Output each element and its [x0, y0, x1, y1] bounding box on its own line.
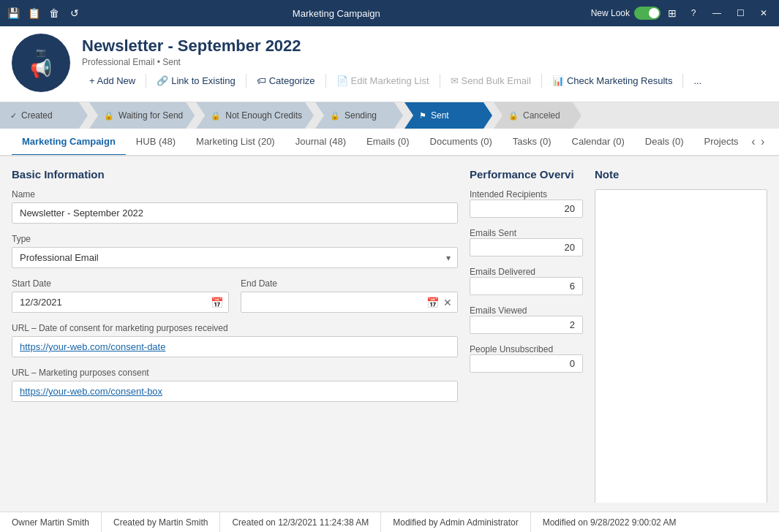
tab-marketing-list[interactable]: Marketing List (20): [186, 129, 285, 156]
stage-sending[interactable]: 🔒 Sending: [315, 102, 403, 129]
link-to-existing-button[interactable]: 🔗 Link to Existing: [149, 72, 242, 90]
emails-sent-label: Emails Sent: [470, 228, 583, 238]
stage-sent-label: Sent: [431, 110, 449, 121]
url-consent-input[interactable]: [12, 336, 458, 357]
nav-icon[interactable]: ⊞: [665, 6, 680, 20]
tab-hub[interactable]: HUB (48): [126, 129, 186, 156]
tab-deals[interactable]: Deals (0): [635, 129, 694, 156]
performance-title: Performance Overvi: [470, 168, 583, 180]
categorize-button[interactable]: 🏷 Categorize: [249, 72, 323, 90]
url-consent-field-group: URL – Date of consent for marketing purp…: [12, 323, 458, 357]
stage-credits-label: Not Enough Credits: [225, 110, 302, 121]
emails-viewed-group: Emails Viewed 2: [470, 305, 583, 334]
send-bulk-email-button[interactable]: ✉ Send Bulk Email: [443, 72, 538, 90]
end-date-label: End Date: [241, 278, 458, 289]
close-button[interactable]: ✕: [754, 4, 773, 23]
start-date-label: Start Date: [12, 278, 229, 289]
start-date-field: Start Date 📅: [12, 278, 229, 313]
link-icon: 🔗: [157, 75, 168, 86]
stage-created[interactable]: ✓ Created: [0, 102, 88, 129]
people-unsubscribed-group: People Unsubscribed 0: [470, 344, 583, 373]
check-marketing-results-button[interactable]: 📊 Check Marketing Results: [545, 72, 680, 90]
save-as-icon[interactable]: 📋: [26, 6, 41, 20]
stage-sending-icon: 🔒: [330, 111, 340, 121]
type-label: Type: [12, 234, 458, 244]
url-marketing-input[interactable]: [12, 381, 458, 402]
stage-created-icon: ✓: [10, 111, 17, 121]
toolbar-sep-6: [682, 74, 683, 88]
toolbar-sep-1: [146, 74, 146, 88]
status-bar: Owner Martin Smith Created by Martin Smi…: [0, 512, 779, 532]
stage-sending-label: Sending: [345, 110, 377, 121]
stage-waiting-icon: 🔒: [104, 111, 114, 121]
end-date-input[interactable]: [241, 292, 458, 313]
tab-nav-left[interactable]: ‹: [749, 130, 759, 153]
refresh-icon[interactable]: ↺: [67, 6, 82, 20]
intended-recipients-value: 20: [470, 200, 583, 218]
emails-delivered-value: 6: [470, 277, 583, 295]
type-select[interactable]: Professional Email: [12, 247, 458, 268]
end-calendar-icon[interactable]: 📅: [426, 297, 439, 308]
tab-projects[interactable]: Projects: [694, 129, 749, 156]
end-clear-icon[interactable]: ✕: [443, 297, 452, 308]
stage-canceled[interactable]: 🔒 Canceled: [494, 102, 582, 129]
intended-recipients-label: Intended Recipients: [470, 189, 583, 200]
camera-icon: 📷: [36, 48, 46, 57]
emails-viewed-value: 2: [470, 316, 583, 334]
new-look-label: New Look: [591, 8, 630, 18]
more-button[interactable]: ...: [686, 72, 709, 90]
name-input[interactable]: [12, 202, 458, 224]
tab-calendar[interactable]: Calendar (0): [562, 129, 635, 156]
stage-waiting-for-send[interactable]: 🔒 Waiting for Send: [89, 102, 195, 129]
start-date-input[interactable]: [12, 292, 229, 313]
maximize-button[interactable]: ☐: [731, 4, 750, 23]
toolbar-sep-5: [541, 74, 542, 88]
stage-not-enough-credits[interactable]: 🔒 Not Enough Credits: [196, 102, 314, 129]
toolbar-sep-4: [440, 74, 440, 88]
status-modified-by: Modified by Admin Administrator: [381, 512, 530, 532]
stage-sent[interactable]: ⚑ Sent: [404, 102, 492, 129]
note-panel: Note: [595, 168, 767, 491]
entity-info: Newsletter - September 2022 Professional…: [82, 34, 767, 94]
people-unsubscribed-label: People Unsubscribed: [470, 344, 583, 354]
list-icon: 📄: [336, 75, 348, 86]
name-label: Name: [12, 189, 458, 200]
basic-info-title: Basic Information: [12, 168, 458, 180]
left-panel: Basic Information Name Type Professional…: [12, 168, 458, 491]
edit-marketing-list-button[interactable]: 📄 Edit Marketing List: [329, 72, 437, 90]
status-created-by: Created by Martin Smith: [102, 512, 220, 532]
emails-delivered-group: Emails Delivered 6: [470, 267, 583, 295]
stage-bar: ✓ Created 🔒 Waiting for Send 🔒 Not Enoug…: [0, 102, 779, 129]
toolbar: + Add New 🔗 Link to Existing 🏷 Categoriz…: [82, 67, 767, 94]
tab-emails[interactable]: Emails (0): [356, 129, 420, 156]
end-date-field: End Date 📅 ✕: [241, 278, 458, 313]
emails-delivered-label: Emails Delivered: [470, 267, 583, 277]
tabs-bar: Marketing Campaign HUB (48) Marketing Li…: [0, 129, 779, 156]
toolbar-sep-3: [325, 74, 326, 88]
send-icon: ✉: [451, 75, 459, 86]
minimize-button[interactable]: —: [707, 4, 726, 23]
tab-nav-right[interactable]: ›: [758, 130, 767, 153]
tab-journal[interactable]: Journal (48): [285, 129, 356, 156]
add-new-button[interactable]: + Add New: [82, 72, 143, 90]
stage-created-label: Created: [21, 110, 53, 121]
emails-sent-group: Emails Sent 20: [470, 228, 583, 256]
save-icon[interactable]: 💾: [6, 6, 20, 20]
entity-subtitle: Professional Email • Sent: [82, 57, 767, 67]
stage-credits-icon: 🔒: [211, 111, 221, 121]
chart-icon: 📊: [552, 75, 564, 86]
app-title: Marketing Campaign: [82, 8, 591, 19]
new-look-switch[interactable]: [634, 7, 661, 20]
tab-documents[interactable]: Documents (0): [420, 129, 503, 156]
help-button[interactable]: ?: [684, 4, 703, 23]
note-textarea[interactable]: [595, 189, 767, 503]
toolbar-sep-2: [246, 74, 247, 88]
type-field-group: Type Professional Email ▾: [12, 234, 458, 268]
toggle-knob: [649, 8, 659, 18]
emails-viewed-label: Emails Viewed: [470, 305, 583, 316]
delete-icon[interactable]: 🗑: [47, 6, 61, 20]
start-date-wrapper: 📅: [12, 292, 229, 313]
tab-marketing-campaign[interactable]: Marketing Campaign: [12, 129, 126, 156]
tab-tasks[interactable]: Tasks (0): [503, 129, 562, 156]
start-calendar-icon[interactable]: 📅: [211, 297, 223, 308]
